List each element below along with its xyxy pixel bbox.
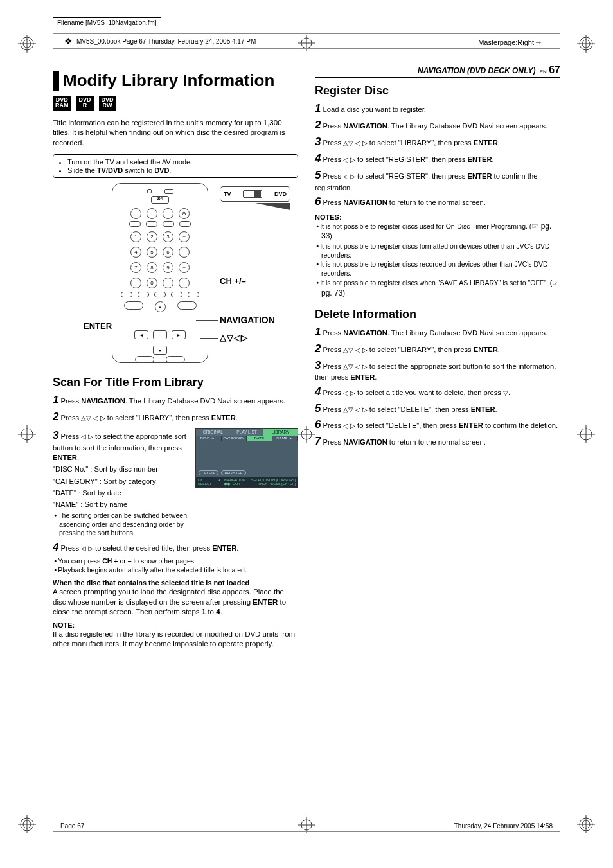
remote-button: ⊕ [179,208,190,219]
callout-ch: CH +/– [220,276,246,286]
filename-label: Filename [MV5S_10Navigation.fm] [53,17,161,28]
note-item: It is not possible to register discs use… [321,222,560,242]
when-not-loaded-heading: When the disc that contains the selected… [53,579,298,587]
remote-button [179,221,191,227]
sort-option: "NAME" : Sort by name [53,500,189,509]
setup-item: Slide the TV/DVD switch to DVD. [67,166,292,174]
page-number: 67 [549,64,560,75]
remote-button [146,221,157,227]
remote-button [163,221,174,227]
remote-button [154,292,166,297]
remote-button [124,301,143,310]
setup-box: Turn on the TV and select the AV mode. S… [53,154,298,178]
col-date: DATE [247,436,272,441]
slide-switch-icon [243,190,262,198]
callout-line [111,326,133,326]
callout-navigation: NAVIGATION [220,315,275,325]
callout-line [196,320,218,321]
remote-button [188,292,199,297]
remote-button [177,301,197,310]
when-not-loaded-body: A screen prompting you to load the desig… [53,587,298,617]
remote-button [130,278,141,288]
remote-button: − [179,247,190,258]
heading-scan: Scan For Title From Library [53,376,298,389]
dpad-left: ◄ [134,330,148,339]
registration-mark-icon [577,35,595,53]
sort-option: "DATE" : Sort by date [53,488,189,498]
bullet: Playback begins automatically after the … [59,566,298,575]
step-3: 3Press ◁ ▷ to select the appropriate sor… [53,429,189,463]
ir-window-icon [164,189,173,194]
step-2: 2Press △▽ ◁ ▷ to select "LIBRARY", then … [53,410,298,425]
remote-button [121,292,132,297]
sort-option: "DISC No." : Sort by disc number [53,465,189,474]
remote-button [147,208,157,219]
step-5: 5Press ◁ ▷ to select "REGISTER", then pr… [315,168,560,193]
remote-button [171,292,182,297]
tab-library: LIBRARY [263,429,298,436]
dvd-label: DVD [274,191,287,197]
badge-dvd-r: DVDR [76,96,94,111]
footer-page: Page 67 [60,822,84,829]
tab-playlist: PLAY LIST [230,429,264,436]
col-category: CATEGORY [222,436,247,441]
remote-button: ▲ [155,301,166,312]
bullet: You can press CH + or – to show other pa… [59,557,298,566]
heading-modify-library: Modify Library Information [53,71,298,91]
masterpage-label: Masterpage:Right→ [478,37,542,47]
step-6: 6Press ◁ ▷ to select "DELETE", then pres… [315,418,560,432]
remote-button: − [179,278,190,288]
step-1: 1Press NAVIGATION. The Library Database … [315,325,560,340]
step-3: 3Press △▽ ◁ ▷ to select "LIBRARY", then … [315,135,560,150]
remote-button: 3 [163,231,173,242]
dpad-right: ► [172,330,186,339]
note-item: It is not possible to register discs rec… [321,260,560,278]
heading-delete-info: Delete Information [315,308,560,321]
dpad: ◄ ► ▼ [129,316,191,355]
power-icon: ⏻/I [151,196,169,204]
disc-type-badges: DVDRAM DVDR DVDRW [53,96,298,111]
step-5: 5Press △▽ ◁ ▷ to select "DELETE", then p… [315,402,560,416]
tvdvd-switch-panel: TV DVD [220,186,290,210]
dpad-down: ▼ [153,346,167,355]
col-discno: DISC No. [196,436,222,441]
dpad-ok [153,330,167,339]
note-item: It is not possible to register discs for… [321,242,560,260]
callout-arrows: △▽◁▷ [220,333,248,342]
step-6: 6Press NAVIGATION to return to the norma… [315,195,560,209]
footer-timestamp: Thursday, 24 February 2005 14:58 [454,822,553,829]
remote-button: 4 [130,247,141,258]
library-screen-thumbnail: ORIGINAL PLAY LIST LIBRARY DISC No. CATE… [195,428,298,488]
remote-illustration: ⏻/I ⊕ 123+ 456− 789+ 0− [53,183,298,369]
remote-button [130,208,141,219]
thumb-delete-button: DELETE [199,470,218,475]
intro-text: Title information can be registered in t… [53,118,298,148]
registration-mark-icon [18,425,36,443]
step-3: 3Press △▽ ◁ ▷ to select the appropriate … [315,359,560,383]
remote-button [163,208,173,219]
step-4: 4Press ◁ ▷ to select the desired title, … [53,540,298,555]
tab-original: ORIGINAL [196,429,230,436]
callout-enter: ENTER [84,321,112,331]
tv-label: TV [224,191,231,197]
arrow-right-icon: → [534,37,542,47]
thumb-register-button: REGISTER [221,470,245,475]
remote-button [129,221,141,227]
col-name: NAME ▲ [272,436,298,441]
registration-mark-icon [18,815,36,833]
remote-button: + [179,231,190,242]
registration-mark-icon [577,425,595,443]
note-item: It is not possible to register discs whe… [321,278,560,298]
setup-item: Turn on the TV and select the AV mode. [67,158,292,166]
running-header: NAVIGATION (DVD DECK ONLY) EN 67 [315,64,560,78]
remote-button: + [179,262,190,273]
callout-line [198,195,219,195]
remote-button: 9 [163,262,173,273]
remote-button [135,356,154,363]
registration-mark-icon [577,815,595,833]
ir-window-icon [147,189,152,193]
step-7: 7Press NAVIGATION to return to the norma… [315,434,560,449]
heading-register-disc: Register Disc [315,84,560,98]
callout-line [200,338,218,339]
remote-button [163,278,173,288]
